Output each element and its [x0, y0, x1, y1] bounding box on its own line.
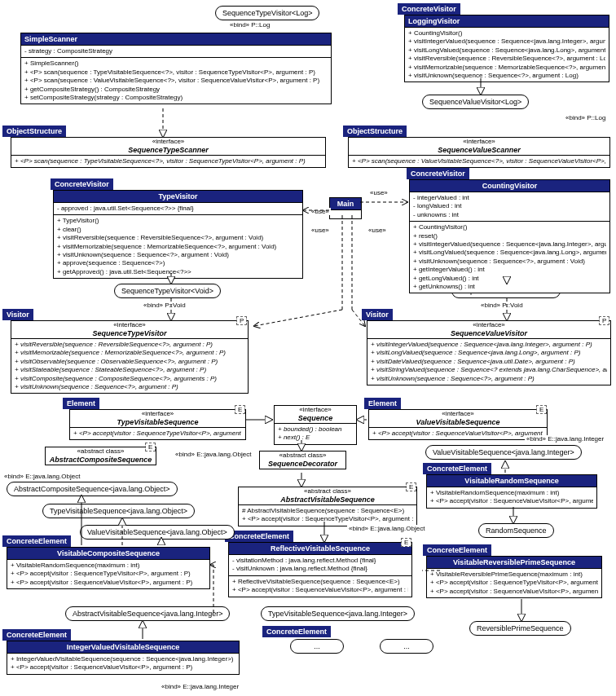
- param-p1: P: [236, 316, 247, 325]
- tag-concreteelement2: ConcreteElement: [225, 531, 293, 542]
- lbl-use4: «use»: [367, 227, 388, 234]
- iface-seqvalscanner: «interface» SequenceValueScanner + <P> s…: [348, 137, 610, 168]
- class-visrandseq: VisitableRandomSequence + VisitableRando…: [426, 474, 597, 509]
- valvisseq-obj: ValueVisitableSequence<java.lang.Object>: [80, 525, 235, 540]
- iface-typevisseq: «interface» TypeVisitableSequence + <P> …: [69, 409, 246, 440]
- tag-visitor2: Visitor: [362, 309, 393, 320]
- iface-valvisseq: «interface» ValueVisitableSequence + <P>…: [368, 409, 548, 440]
- tag-objectstructure: ObjectStructure: [2, 126, 66, 137]
- class-main: Main: [329, 197, 362, 219]
- lbl-use3: «use»: [310, 227, 331, 234]
- tag-concreteelement4: ConcreteElement: [423, 544, 491, 556]
- param-e4: E: [406, 482, 416, 491]
- lbl-bind-pvoid2: «bind» P::Void: [479, 302, 525, 309]
- abscompseq-obj: AbstractCompositeSequence<java.lang.Obje…: [7, 482, 178, 496]
- class-simplescanner: SimpleScanner - strategy : CompositeStra…: [20, 33, 332, 104]
- class-typevisitor: TypeVisitor - approved : java.util.Set<S…: [53, 190, 303, 279]
- class-viscompseq: VisitableCompositeSequence + VisitableRa…: [7, 547, 210, 589]
- tag-concreteelement5: ConcreteElement: [2, 629, 71, 641]
- class-abscompseq: «abstract class» AbstractCompositeSequen…: [45, 447, 156, 465]
- class-loggingvisitor: LoggingVisitor + CountingVisitor() + vis…: [404, 15, 609, 82]
- seqvalvisitor-log: SequenceValueVisitor<Log>: [422, 95, 529, 109]
- svg-line-12: [254, 310, 342, 326]
- empty-class2: ...: [380, 639, 433, 654]
- iface-seqtypevisitor: «interface» SequenceTypeVisitor + visitR…: [11, 320, 249, 394]
- lbl-bind-plog1: «bind» P::Log: [228, 21, 271, 29]
- lbl-bind-eobj3: «bind» E::java.lang.Object: [347, 525, 426, 532]
- tag-element2: Element: [364, 398, 401, 409]
- lbl-bind-plog2: «bind» P::Log: [564, 114, 607, 121]
- typevisseq-int: TypeVisitableSequence<java.lang.Integer>: [261, 606, 415, 621]
- tag-concreteelement: ConcreteElement: [2, 535, 71, 547]
- class-absvisseq: «abstract class» AbstractVisitableSequen…: [238, 487, 417, 526]
- randomsequence: RandomSequence: [478, 523, 554, 538]
- tag-objectstructure2: ObjectStructure: [343, 126, 407, 137]
- lbl-bind-pvoid1: «bind» P::Void: [142, 302, 187, 309]
- class-countingvisitor: CountingVisitor - integerValued : int - …: [409, 179, 610, 293]
- tag-concreteelement3: ConcreteElement: [423, 463, 491, 474]
- param-e3: E: [145, 443, 156, 452]
- lbl-use1: «use»: [368, 189, 389, 196]
- param-e5: E: [401, 538, 411, 547]
- lbl-bind-eint2: «bind» E::java.lang.Integer: [160, 683, 240, 690]
- iface-sequence: «interface» Sequence + bounded() : boole…: [274, 405, 357, 445]
- seqtypevisitor-void: SequenceTypeVisitor<Void>: [114, 284, 221, 298]
- param-e2: E: [536, 405, 547, 414]
- tag-concretevisitor: ConcreteVisitor: [398, 3, 460, 15]
- iface-seqtypescanner: «interface» SequenceTypeScanner + <P> sc…: [11, 137, 326, 168]
- class-intvalvisseq: IntegerValuedVisitableSequence + Integer…: [7, 641, 240, 675]
- valvisseq-int: ValueVisitableSequence<java.lang.Integer…: [425, 445, 582, 460]
- iface-seqvalvisitor: «interface» SequenceValueVisitor + visit…: [367, 320, 611, 385]
- param-p2: P: [599, 316, 609, 325]
- reversibleprimeseq: ReversiblePrimeSequence: [469, 621, 571, 636]
- lbl-bind-eint1: «bind» E::java.lang.Integer: [525, 435, 605, 443]
- param-e1: E: [235, 405, 245, 414]
- class-reflvisseq: ReflectiveVisitableSequence - visitation…: [228, 542, 412, 597]
- class-seqdecorator: «abstract class» SequenceDecorator: [259, 451, 346, 469]
- lbl-bind-eobj1: «bind» E::java.lang.Object: [174, 451, 253, 458]
- empty-class1: ...: [290, 639, 344, 654]
- lbl-use2: «use»: [310, 208, 331, 215]
- absvisseq-int: AbstractVisitableSequence<java.lang.Inte…: [65, 606, 230, 621]
- seqtypevisitor-log: SequenceTypeVisitor<Log>: [215, 6, 319, 20]
- tag-concreteelement6: ConcreteElement: [262, 626, 331, 637]
- tag-element: Element: [63, 398, 99, 409]
- lbl-bind-eobj2: «bind» E::java.lang.Object: [2, 473, 81, 480]
- typevisseq-obj: TypeVisitableSequence<java.lang.Object>: [42, 504, 195, 518]
- tag-visitor: Visitor: [2, 309, 33, 320]
- class-visrevprimeseq: VisitableReversiblePrimeSequence + Visit…: [426, 556, 602, 598]
- tag-concretevisitor2: ConcreteVisitor: [51, 178, 113, 190]
- tag-concretevisitor3: ConcreteVisitor: [407, 168, 469, 179]
